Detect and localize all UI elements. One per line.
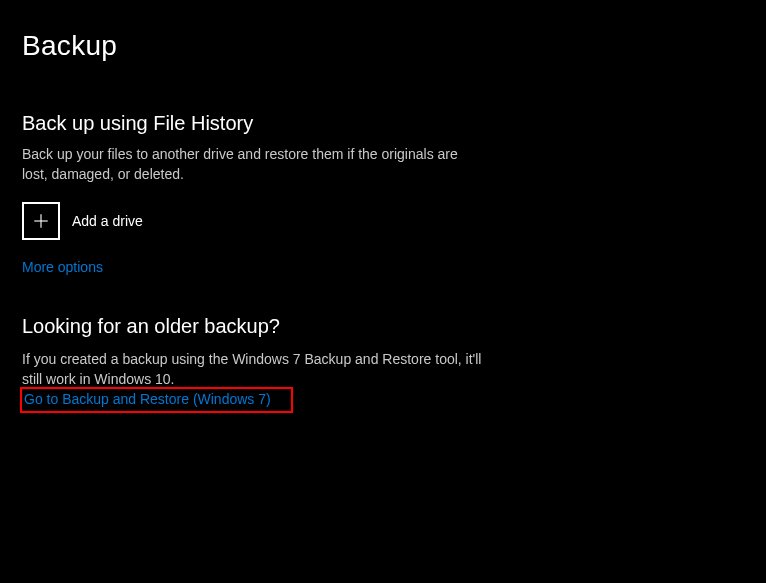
older-backup-heading: Looking for an older backup? <box>22 315 744 338</box>
plus-icon <box>22 202 60 240</box>
backup-restore-win7-link[interactable]: Go to Backup and Restore (Windows 7) <box>24 391 271 407</box>
page-title: Backup <box>22 30 744 62</box>
highlighted-link-box: Go to Backup and Restore (Windows 7) <box>20 387 293 413</box>
more-options-link[interactable]: More options <box>22 259 103 275</box>
older-backup-description: If you created a backup using the Window… <box>22 350 482 389</box>
add-drive-button[interactable]: Add a drive <box>22 202 744 240</box>
file-history-heading: Back up using File History <box>22 112 744 135</box>
add-drive-label: Add a drive <box>72 213 143 229</box>
file-history-description: Back up your files to another drive and … <box>22 145 482 184</box>
